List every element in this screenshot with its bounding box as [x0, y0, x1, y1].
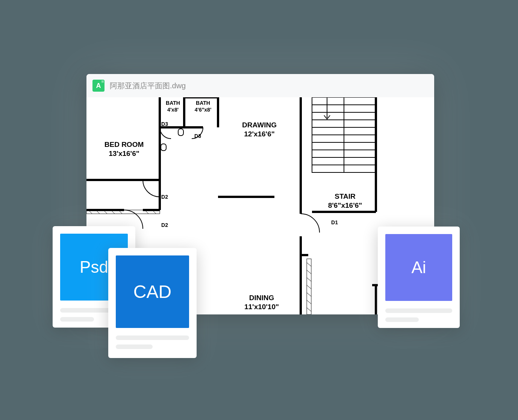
room-dining-dim: 11'x10'10": [244, 303, 279, 311]
room-bath1-name: BATH: [166, 100, 180, 106]
door-d2a: D2: [161, 194, 168, 200]
svg-line-45: [307, 300, 311, 304]
room-bath1-dim: 4'x8': [167, 107, 179, 113]
placeholder-line: [116, 344, 153, 349]
svg-rect-39: [307, 259, 311, 314]
placeholder-line: [385, 308, 452, 313]
placeholder-line: [385, 317, 419, 322]
app-icon: A: [92, 80, 105, 92]
svg-line-46: [307, 308, 311, 311]
svg-line-41: [307, 270, 311, 274]
svg-line-43: [307, 285, 311, 289]
room-bath2-name: BATH: [196, 100, 210, 106]
placeholder-line: [116, 335, 189, 340]
filename: 阿那亚酒店平面图.dwg: [110, 81, 186, 91]
file-card-cad[interactable]: CAD: [108, 248, 197, 358]
room-dining-name: DINING: [249, 294, 274, 302]
room-bedroom-name: BED ROOM: [105, 141, 144, 148]
svg-line-40: [307, 263, 311, 266]
file-tile-ai: Ai: [385, 234, 452, 301]
placeholder-line: [60, 317, 94, 322]
door-d1: D1: [331, 219, 338, 225]
door-d3b: D3: [194, 133, 201, 139]
room-bedroom-dim: 13'x16'6": [109, 150, 139, 157]
file-tile-cad: CAD: [116, 255, 189, 328]
room-drawing-name: DRAWING: [242, 121, 277, 129]
svg-line-42: [307, 278, 311, 281]
titlebar: A 阿那亚酒店平面图.dwg: [86, 74, 434, 97]
room-stair-name: STAIR: [335, 192, 356, 200]
door-d3a: D3: [161, 121, 168, 127]
room-bath2-dim: 4'6"x8': [195, 107, 211, 113]
svg-line-44: [307, 293, 311, 296]
file-card-ai[interactable]: Ai: [378, 227, 460, 328]
svg-rect-7: [178, 129, 183, 136]
room-drawing-dim: 12'x16'6": [244, 130, 274, 138]
room-stair-dim: 8'6"x16'6": [328, 201, 362, 209]
door-d2b: D2: [161, 222, 168, 228]
svg-rect-8: [161, 144, 166, 151]
